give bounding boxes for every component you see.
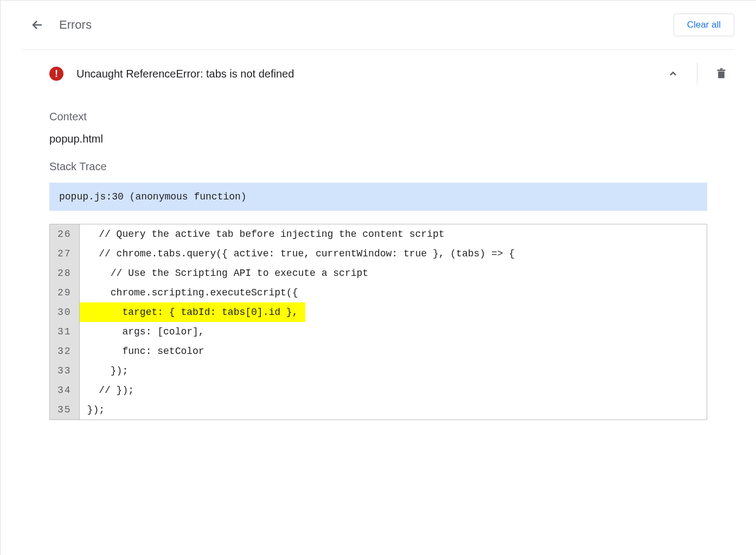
- page-header: Errors Clear all: [1, 1, 756, 49]
- delete-button[interactable]: [708, 61, 734, 87]
- code-line: args: [color],: [80, 322, 707, 341]
- code-line: // Use the Scripting API to execute a sc…: [80, 263, 707, 283]
- error-message: Uncaught ReferenceError: tabs is not def…: [76, 68, 294, 80]
- code-cell: // Query the active tab before injecting…: [80, 224, 707, 244]
- context-value: popup.html: [49, 133, 707, 145]
- code-cell: // chrome.tabs.query({ active: true, cur…: [80, 244, 707, 263]
- line-number: 27: [50, 244, 80, 263]
- error-summary-row: ! Uncaught ReferenceError: tabs is not d…: [1, 50, 756, 98]
- code-line: // chrome.tabs.query({ active: true, cur…: [80, 244, 707, 263]
- code-line: });: [80, 400, 707, 420]
- code-block: 26 // Query the active tab before inject…: [49, 224, 707, 420]
- context-heading: Context: [49, 111, 707, 123]
- code-row: 29 chrome.scripting.executeScript({: [50, 283, 707, 302]
- code-line-highlighted: target: { tabId: tabs[0].id },: [80, 302, 306, 322]
- code-line: // });: [80, 380, 707, 400]
- back-arrow-icon[interactable]: [31, 18, 44, 31]
- code-row: 33 });: [50, 361, 707, 380]
- line-number: 32: [50, 341, 80, 361]
- code-line: // Query the active tab before injecting…: [80, 224, 707, 244]
- code-line: func: setColor: [80, 341, 707, 361]
- line-number: 26: [50, 224, 80, 244]
- page-title: Errors: [59, 18, 92, 32]
- code-row: 31 args: [color],: [50, 322, 707, 341]
- code-cell: args: [color],: [80, 322, 707, 341]
- error-summary-left: ! Uncaught ReferenceError: tabs is not d…: [49, 67, 294, 81]
- code-row: 26 // Query the active tab before inject…: [50, 224, 707, 244]
- line-number: 35: [50, 400, 80, 420]
- svg-rect-3: [720, 68, 723, 70]
- svg-rect-1: [718, 72, 725, 79]
- line-number: 28: [50, 263, 80, 283]
- code-cell: target: { tabId: tabs[0].id },: [80, 302, 707, 322]
- code-row: 27 // chrome.tabs.query({ active: true, …: [50, 244, 707, 263]
- code-cell: });: [80, 400, 707, 420]
- code-cell: // Use the Scripting API to execute a sc…: [80, 263, 707, 283]
- errors-page-container: Errors Clear all ! Uncaught ReferenceErr…: [0, 0, 756, 555]
- code-row: 28 // Use the Scripting API to execute a…: [50, 263, 707, 283]
- code-cell: // });: [80, 380, 707, 400]
- clear-all-button[interactable]: Clear all: [674, 14, 734, 36]
- line-number: 30: [50, 302, 80, 322]
- error-icon: !: [49, 67, 63, 81]
- code-row: 35});: [50, 400, 707, 420]
- stack-trace-heading: Stack Trace: [49, 160, 707, 173]
- header-left: Errors: [31, 18, 92, 32]
- line-number: 33: [50, 361, 80, 380]
- error-summary-actions: [660, 61, 734, 87]
- code-row: 34 // });: [50, 380, 707, 400]
- line-number: 34: [50, 380, 80, 400]
- stack-frame[interactable]: popup.js:30 (anonymous function): [49, 183, 707, 211]
- code-line: });: [80, 361, 707, 380]
- code-line: chrome.scripting.executeScript({: [80, 283, 707, 302]
- line-number: 31: [50, 322, 80, 341]
- line-number: 29: [50, 283, 80, 302]
- svg-rect-2: [717, 70, 726, 72]
- code-row: 30 target: { tabId: tabs[0].id },: [50, 302, 707, 322]
- code-cell: func: setColor: [80, 341, 707, 361]
- code-cell: });: [80, 361, 707, 380]
- code-row: 32 func: setColor: [50, 341, 707, 361]
- collapse-button[interactable]: [660, 61, 686, 87]
- code-cell: chrome.scripting.executeScript({: [80, 283, 707, 302]
- error-detail-content: Context popup.html Stack Trace popup.js:…: [1, 111, 756, 442]
- action-divider: [697, 63, 697, 85]
